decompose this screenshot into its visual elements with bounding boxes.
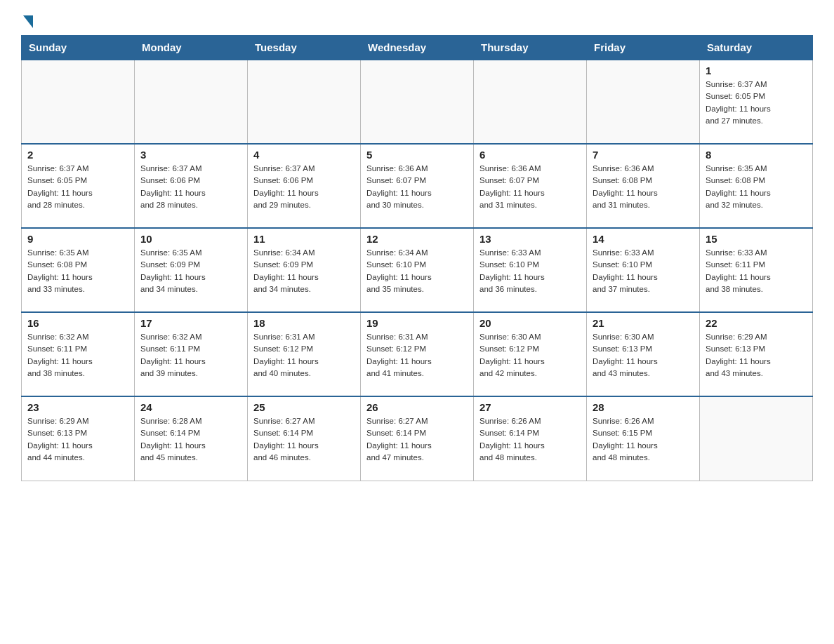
day-info: Sunrise: 6:37 AM Sunset: 6:06 PM Dayligh… [140, 163, 241, 211]
day-info: Sunrise: 6:36 AM Sunset: 6:07 PM Dayligh… [366, 163, 468, 211]
calendar-cell [248, 60, 361, 144]
day-info: Sunrise: 6:33 AM Sunset: 6:11 PM Dayligh… [706, 247, 807, 295]
calendar-cell: 21Sunrise: 6:30 AM Sunset: 6:13 PM Dayli… [587, 312, 700, 396]
day-info: Sunrise: 6:33 AM Sunset: 6:10 PM Dayligh… [479, 247, 581, 295]
day-info: Sunrise: 6:31 AM Sunset: 6:12 PM Dayligh… [253, 331, 355, 380]
day-number: 19 [366, 317, 468, 329]
calendar-cell: 11Sunrise: 6:34 AM Sunset: 6:09 PM Dayli… [248, 228, 361, 312]
week-row-1: 1Sunrise: 6:37 AM Sunset: 6:05 PM Daylig… [22, 60, 813, 144]
calendar-cell: 26Sunrise: 6:27 AM Sunset: 6:14 PM Dayli… [361, 396, 474, 481]
day-number: 2 [27, 149, 128, 161]
calendar-cell: 12Sunrise: 6:34 AM Sunset: 6:10 PM Dayli… [361, 228, 474, 312]
calendar-cell: 23Sunrise: 6:29 AM Sunset: 6:13 PM Dayli… [22, 396, 135, 481]
calendar-cell: 20Sunrise: 6:30 AM Sunset: 6:12 PM Dayli… [474, 312, 587, 396]
day-number: 20 [479, 317, 581, 329]
calendar-cell: 5Sunrise: 6:36 AM Sunset: 6:07 PM Daylig… [361, 144, 474, 228]
day-number: 22 [706, 317, 807, 329]
day-number: 14 [593, 233, 694, 245]
day-info: Sunrise: 6:30 AM Sunset: 6:13 PM Dayligh… [593, 331, 694, 380]
day-info: Sunrise: 6:29 AM Sunset: 6:13 PM Dayligh… [27, 415, 128, 464]
calendar-cell: 4Sunrise: 6:37 AM Sunset: 6:06 PM Daylig… [248, 144, 361, 228]
calendar-cell: 10Sunrise: 6:35 AM Sunset: 6:09 PM Dayli… [135, 228, 248, 312]
day-info: Sunrise: 6:34 AM Sunset: 6:09 PM Dayligh… [253, 247, 355, 295]
calendar-cell [135, 60, 248, 144]
day-number: 25 [253, 401, 355, 413]
calendar-cell: 24Sunrise: 6:28 AM Sunset: 6:14 PM Dayli… [135, 396, 248, 481]
logo-arrow-icon [23, 15, 33, 28]
day-info: Sunrise: 6:27 AM Sunset: 6:14 PM Dayligh… [366, 415, 468, 464]
calendar-cell: 1Sunrise: 6:37 AM Sunset: 6:05 PM Daylig… [700, 60, 813, 144]
calendar-cell [22, 60, 135, 144]
calendar-cell: 16Sunrise: 6:32 AM Sunset: 6:11 PM Dayli… [22, 312, 135, 396]
calendar-cell: 19Sunrise: 6:31 AM Sunset: 6:12 PM Dayli… [361, 312, 474, 396]
logo [21, 14, 33, 28]
calendar-cell [700, 396, 813, 481]
weekday-header-saturday: Saturday [700, 36, 813, 60]
calendar-cell: 9Sunrise: 6:35 AM Sunset: 6:08 PM Daylig… [22, 228, 135, 312]
calendar-cell [361, 60, 474, 144]
calendar-cell: 13Sunrise: 6:33 AM Sunset: 6:10 PM Dayli… [474, 228, 587, 312]
day-number: 1 [706, 65, 807, 76]
week-row-3: 9Sunrise: 6:35 AM Sunset: 6:08 PM Daylig… [22, 228, 813, 312]
calendar-cell: 27Sunrise: 6:26 AM Sunset: 6:14 PM Dayli… [474, 396, 587, 481]
calendar-cell: 25Sunrise: 6:27 AM Sunset: 6:14 PM Dayli… [248, 396, 361, 481]
calendar-table: SundayMondayTuesdayWednesdayThursdayFrid… [21, 35, 813, 481]
week-row-5: 23Sunrise: 6:29 AM Sunset: 6:13 PM Dayli… [22, 396, 813, 481]
day-info: Sunrise: 6:32 AM Sunset: 6:11 PM Dayligh… [27, 331, 128, 380]
calendar-cell [474, 60, 587, 144]
week-row-2: 2Sunrise: 6:37 AM Sunset: 6:05 PM Daylig… [22, 144, 813, 228]
day-info: Sunrise: 6:27 AM Sunset: 6:14 PM Dayligh… [253, 415, 355, 464]
calendar-cell: 14Sunrise: 6:33 AM Sunset: 6:10 PM Dayli… [587, 228, 700, 312]
day-info: Sunrise: 6:33 AM Sunset: 6:10 PM Dayligh… [593, 247, 694, 295]
day-number: 4 [253, 149, 355, 161]
day-number: 12 [366, 233, 468, 245]
day-number: 9 [27, 233, 128, 245]
weekday-header-monday: Monday [135, 36, 248, 60]
day-info: Sunrise: 6:36 AM Sunset: 6:08 PM Dayligh… [593, 163, 694, 211]
day-info: Sunrise: 6:35 AM Sunset: 6:08 PM Dayligh… [706, 163, 807, 211]
day-info: Sunrise: 6:29 AM Sunset: 6:13 PM Dayligh… [706, 331, 807, 380]
day-number: 17 [140, 317, 241, 329]
day-number: 10 [140, 233, 241, 245]
day-info: Sunrise: 6:26 AM Sunset: 6:14 PM Dayligh… [479, 415, 581, 464]
day-number: 5 [366, 149, 468, 161]
day-number: 6 [479, 149, 581, 161]
day-info: Sunrise: 6:35 AM Sunset: 6:09 PM Dayligh… [140, 247, 241, 295]
page-header [21, 14, 813, 28]
day-number: 26 [366, 401, 468, 413]
day-number: 27 [479, 401, 581, 413]
weekday-header-friday: Friday [587, 36, 700, 60]
day-number: 13 [479, 233, 581, 245]
day-number: 8 [706, 149, 807, 161]
weekday-header-row: SundayMondayTuesdayWednesdayThursdayFrid… [22, 36, 813, 60]
calendar-cell: 3Sunrise: 6:37 AM Sunset: 6:06 PM Daylig… [135, 144, 248, 228]
calendar-cell: 2Sunrise: 6:37 AM Sunset: 6:05 PM Daylig… [22, 144, 135, 228]
day-info: Sunrise: 6:37 AM Sunset: 6:06 PM Dayligh… [253, 163, 355, 211]
calendar-cell: 15Sunrise: 6:33 AM Sunset: 6:11 PM Dayli… [700, 228, 813, 312]
day-info: Sunrise: 6:37 AM Sunset: 6:05 PM Dayligh… [27, 163, 128, 211]
day-number: 24 [140, 401, 241, 413]
day-number: 21 [593, 317, 694, 329]
day-number: 15 [706, 233, 807, 245]
day-number: 7 [593, 149, 694, 161]
calendar-cell: 28Sunrise: 6:26 AM Sunset: 6:15 PM Dayli… [587, 396, 700, 481]
weekday-header-wednesday: Wednesday [361, 36, 474, 60]
day-info: Sunrise: 6:32 AM Sunset: 6:11 PM Dayligh… [140, 331, 241, 380]
day-info: Sunrise: 6:37 AM Sunset: 6:05 PM Dayligh… [706, 79, 807, 127]
day-info: Sunrise: 6:28 AM Sunset: 6:14 PM Dayligh… [140, 415, 241, 464]
day-info: Sunrise: 6:26 AM Sunset: 6:15 PM Dayligh… [593, 415, 694, 464]
day-info: Sunrise: 6:31 AM Sunset: 6:12 PM Dayligh… [366, 331, 468, 380]
calendar-cell: 8Sunrise: 6:35 AM Sunset: 6:08 PM Daylig… [700, 144, 813, 228]
calendar-cell: 22Sunrise: 6:29 AM Sunset: 6:13 PM Dayli… [700, 312, 813, 396]
calendar-cell: 17Sunrise: 6:32 AM Sunset: 6:11 PM Dayli… [135, 312, 248, 396]
weekday-header-sunday: Sunday [22, 36, 135, 60]
calendar-cell: 6Sunrise: 6:36 AM Sunset: 6:07 PM Daylig… [474, 144, 587, 228]
day-number: 16 [27, 317, 128, 329]
day-info: Sunrise: 6:36 AM Sunset: 6:07 PM Dayligh… [479, 163, 581, 211]
week-row-4: 16Sunrise: 6:32 AM Sunset: 6:11 PM Dayli… [22, 312, 813, 396]
weekday-header-tuesday: Tuesday [248, 36, 361, 60]
day-number: 3 [140, 149, 241, 161]
day-number: 11 [253, 233, 355, 245]
calendar-cell: 7Sunrise: 6:36 AM Sunset: 6:08 PM Daylig… [587, 144, 700, 228]
day-number: 28 [593, 401, 694, 413]
